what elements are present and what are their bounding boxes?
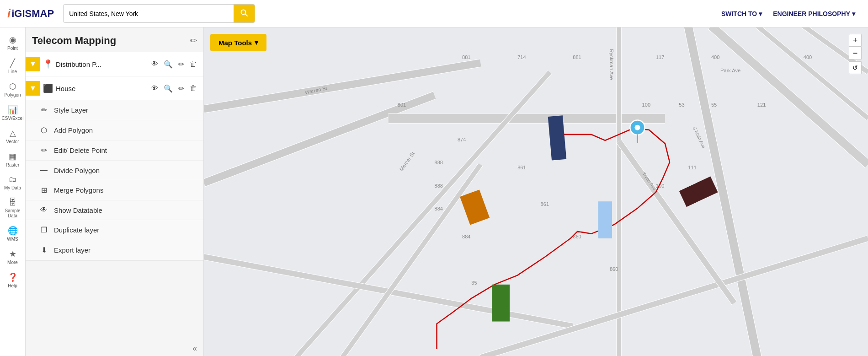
house-submenu: ✏ Style Layer ⬡ Add Polygon ✏ Edit/ Dele…	[26, 100, 203, 260]
style-layer-icon: ✏	[39, 106, 48, 114]
submenu-merge-polygons[interactable]: ⊞ Merge Polygons	[26, 180, 203, 200]
collapse-area: «	[26, 341, 203, 356]
engineer-label: ENGINEER PHILOSOPHY ▾	[767, 6, 861, 21]
layer-delete-btn-distribution[interactable]: 🗑	[188, 59, 199, 69]
export-layer-icon: ⬇	[39, 246, 48, 254]
toolbar-label-polygon: Polygon	[4, 92, 21, 97]
toolbar-item-raster[interactable]: ▦ Raster	[1, 149, 25, 170]
help-icon: ❓	[8, 272, 18, 282]
layer-edit-btn-house[interactable]: ✏	[176, 83, 186, 94]
svg-text:884: 884	[462, 234, 470, 239]
sidebar-title: Telecom Mapping	[32, 35, 116, 47]
toolbar-item-mydata[interactable]: 🗂 My Data	[1, 172, 25, 193]
show-datatable-icon: 👁	[39, 206, 48, 214]
toolbar-label-mydata: My Data	[4, 185, 21, 190]
toolbar-item-point[interactable]: ◉ Point	[1, 32, 25, 54]
chevron-down-icon-2: ▾	[852, 10, 855, 17]
svg-text:874: 874	[458, 137, 466, 142]
search-button[interactable]	[234, 5, 255, 22]
toolbar-item-polygon[interactable]: ⬡ Polygon	[1, 79, 25, 100]
svg-text:888: 888	[435, 183, 443, 189]
more-icon: ★	[9, 249, 16, 259]
toolbar-label-vector: Vector	[6, 139, 19, 144]
app-logo: i iGISMAP	[7, 6, 54, 21]
svg-text:888: 888	[435, 160, 443, 165]
svg-text:801: 801	[398, 102, 406, 108]
toolbar-label-more: More	[7, 260, 18, 265]
polygon-icon: ⬡	[9, 81, 16, 92]
sampledata-icon: 🗄	[9, 198, 17, 207]
svg-text:35: 35	[471, 280, 477, 286]
layer-icon-distribution: 📍	[43, 59, 53, 69]
vector-icon: △	[10, 128, 16, 138]
submenu-datatable-label: Show Datatable	[54, 206, 102, 214]
layer-expand-distribution[interactable]: ▼	[26, 57, 40, 71]
toolbar-item-csvexcel[interactable]: 📊 CSV/Excel	[1, 102, 25, 124]
toolbar-label-raster: Raster	[6, 162, 19, 167]
layer-delete-btn-house[interactable]: 🗑	[188, 83, 199, 93]
submenu-duplicate-label: Duplicate layer	[54, 226, 99, 234]
layer-visibility-btn-house[interactable]: 👁	[149, 83, 160, 93]
toolbar-item-line[interactable]: ╱ Line	[1, 55, 25, 77]
add-polygon-icon: ⬡	[39, 126, 48, 135]
submenu-style-layer[interactable]: ✏ Style Layer	[26, 100, 203, 120]
zoom-reset-button[interactable]: ↺	[849, 61, 862, 74]
toolbar-label-point: Point	[7, 46, 18, 51]
svg-text:861: 861	[541, 201, 549, 207]
toolbar-item-sampledata[interactable]: 🗄 Sample Data	[1, 195, 25, 221]
submenu-edit-delete-point[interactable]: ✏ Edit/ Delete Point	[26, 140, 203, 161]
edit-title-button[interactable]: ✏	[190, 36, 197, 46]
divide-polygon-icon: —	[39, 166, 48, 174]
submenu-style-label: Style Layer	[54, 106, 88, 114]
toolbar-item-more[interactable]: ★ More	[1, 246, 25, 268]
svg-text:861: 861	[517, 165, 526, 170]
line-icon: ╱	[10, 58, 15, 68]
layer-zoom-btn-distribution[interactable]: 🔍	[162, 59, 175, 70]
svg-rect-60	[598, 201, 612, 238]
toolbar-item-vector[interactable]: △ Vector	[1, 125, 25, 147]
svg-text:884: 884	[435, 206, 443, 211]
logo-i: i	[7, 6, 11, 21]
svg-text:55: 55	[711, 102, 717, 108]
toolbar-item-help[interactable]: ❓ Help	[1, 270, 25, 291]
merge-polygons-icon: ⊞	[39, 186, 48, 194]
layer-actions-house: 👁 🔍 ✏ 🗑	[149, 83, 199, 94]
submenu-duplicate-layer[interactable]: ❐ Duplicate layer	[26, 220, 203, 240]
submenu-merge-label: Merge Polygons	[54, 186, 103, 194]
toolbar-label-line: Line	[8, 69, 17, 74]
svg-point-64	[634, 125, 640, 130]
svg-line-1	[245, 14, 248, 16]
map-tools-chevron: ▾	[255, 38, 258, 47]
layer-edit-btn-distribution[interactable]: ✏	[176, 59, 186, 70]
zoom-in-button[interactable]: +	[849, 34, 862, 47]
svg-text:400: 400	[804, 54, 812, 60]
switch-to-button[interactable]: SWITCH TO ▾	[716, 6, 767, 21]
layer-visibility-btn-distribution[interactable]: 👁	[149, 59, 160, 69]
svg-text:881: 881	[462, 54, 470, 60]
zoom-out-button[interactable]: −	[849, 47, 862, 59]
submenu-show-datatable[interactable]: 👁 Show Datatable	[26, 200, 203, 220]
submenu-divide-polygon[interactable]: — Divide Polygon	[26, 161, 203, 180]
map-container: Map Tools ▾ + − ↺	[204, 27, 868, 356]
layer-zoom-btn-house[interactable]: 🔍	[162, 83, 175, 94]
csv-icon: 📊	[8, 105, 18, 115]
submenu-add-polygon[interactable]: ⬡ Add Polygon	[26, 120, 203, 140]
svg-text:53: 53	[679, 102, 684, 108]
header-right: SWITCH TO ▾ ENGINEER PHILOSOPHY ▾	[716, 6, 861, 21]
app-header: i iGISMAP SWITCH TO ▾ ENGINEER PHILOSOPH…	[0, 0, 868, 27]
map-tools-button[interactable]: Map Tools ▾	[210, 34, 266, 51]
svg-text:121: 121	[757, 102, 766, 108]
layer-actions-distribution: 👁 🔍 ✏ 🗑	[149, 59, 199, 70]
point-icon: ◉	[9, 35, 16, 45]
collapse-sidebar-button[interactable]: «	[192, 344, 197, 353]
search-input[interactable]	[64, 6, 234, 21]
toolbar-item-wms[interactable]: 🌐 WMS	[1, 223, 25, 244]
submenu-export-layer[interactable]: ⬇ Export layer	[26, 240, 203, 260]
zoom-controls: + − ↺	[849, 34, 862, 74]
svg-text:111: 111	[688, 165, 696, 170]
svg-text:Park Ave: Park Ave	[720, 68, 740, 73]
layer-name-house: House	[56, 85, 146, 92]
layer-expand-house[interactable]: ▼	[26, 81, 40, 96]
map-svg: Warren St Mercer St Ryckman Ave S Main A…	[204, 27, 868, 356]
svg-text:Ryckman Ave: Ryckman Ave	[609, 49, 614, 80]
